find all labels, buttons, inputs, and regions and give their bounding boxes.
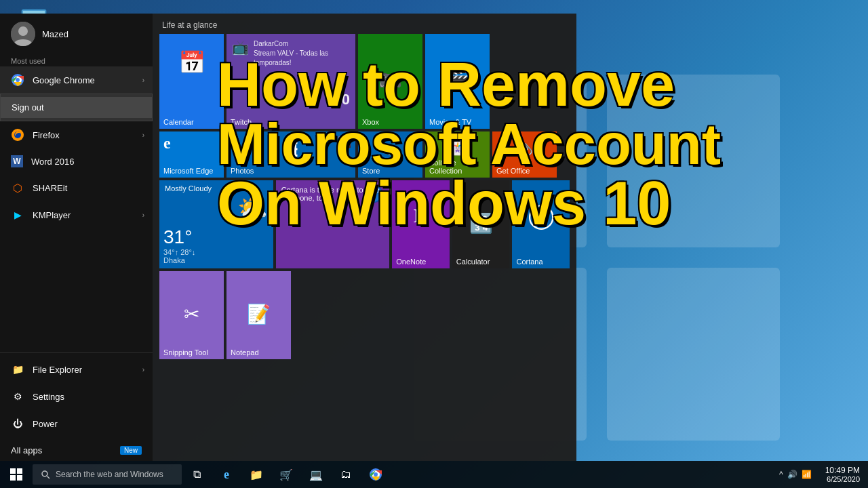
- solitaire-tile-icon: 🃏: [449, 140, 466, 156]
- tile-calendar[interactable]: 📅 Calendar: [159, 34, 224, 129]
- taskbar-edge-icon: e: [224, 468, 229, 482]
- svg-point-25: [42, 471, 47, 476]
- tray-network-icon: 📶: [802, 470, 812, 479]
- firefox-menu-label: Firefox: [33, 130, 60, 140]
- user-avatar: [11, 22, 35, 46]
- weather-location: Dhaka: [163, 256, 195, 264]
- user-account-button[interactable]: Mazed: [0, 14, 153, 54]
- tile-snipping-tool[interactable]: ✂ Snipping Tool: [159, 271, 224, 359]
- tile-solitaire[interactable]: 🃏 Solitaire Collection: [425, 131, 490, 178]
- svg-rect-23: [10, 475, 16, 481]
- bottom-menu: 📁 File Explorer › ⚙ Settings ⏻ Power: [0, 352, 153, 440]
- taskbar-right: ^ 🔊 📶 10:49 PM 6/25/2020: [774, 461, 868, 488]
- menu-item-file-explorer[interactable]: 📁 File Explorer ›: [0, 356, 153, 383]
- taskbar-device-button[interactable]: 💻: [301, 461, 331, 488]
- system-tray[interactable]: ^ 🔊 📶: [774, 461, 817, 488]
- kmplayer-menu-label: KMPlayer: [33, 210, 71, 220]
- weather-icon: ⛅: [237, 194, 268, 222]
- clock-time: 10:49 PM: [825, 466, 860, 475]
- onenote-tile-label: OneNote: [396, 258, 426, 266]
- edge-tile-icon: e: [163, 134, 171, 152]
- weather-info: 31° 34°↑ 28°↓ Dhaka: [163, 226, 195, 264]
- cortana-msg-text: Cortana is there ready to help on phone,…: [281, 186, 384, 202]
- settings-label: Settings: [33, 392, 64, 402]
- taskbar-store-button[interactable]: 🛒: [271, 461, 301, 488]
- tile-notepad[interactable]: 📝 Notepad: [226, 271, 291, 359]
- taskbar-folder-button[interactable]: 🗂: [331, 461, 361, 488]
- clock-date: 6/25/2020: [827, 475, 860, 483]
- tile-getoffice[interactable]: 📎 Get Office: [492, 131, 557, 178]
- notepad-tile-label: Notepad: [231, 348, 259, 357]
- sign-out-button[interactable]: Sign out: [1, 97, 152, 118]
- menu-item-firefox[interactable]: Firefox ›: [0, 121, 153, 148]
- snipping-tile-label: Snipping Tool: [163, 348, 208, 357]
- new-badge: New: [120, 446, 142, 455]
- svg-rect-24: [17, 475, 22, 481]
- menu-item-chrome[interactable]: Google Chrome ›: [0, 66, 153, 94]
- taskbar-edge-button[interactable]: e: [212, 461, 241, 488]
- svg-point-29: [374, 472, 378, 476]
- tile-cortana[interactable]: ◯ Cortana: [512, 180, 570, 268]
- firefox-arrow: ›: [142, 131, 144, 139]
- firefox-icon: [11, 128, 24, 142]
- tiles-row-4: ✂ Snipping Tool 📝 Notepad: [159, 271, 570, 359]
- menu-item-settings[interactable]: ⚙ Settings: [0, 383, 153, 410]
- svg-rect-21: [10, 468, 16, 474]
- calc-tile-icon: 🔢: [469, 212, 493, 235]
- taskbar-device-icon: 💻: [309, 468, 323, 481]
- tile-edge[interactable]: e Microsoft Edge: [159, 131, 224, 178]
- system-clock[interactable]: 10:49 PM 6/25/2020: [820, 466, 865, 483]
- photos-tile-badge: 🌄: [338, 136, 351, 148]
- tile-photos[interactable]: 🖼 🌄 Photos: [226, 131, 355, 178]
- svg-rect-22: [17, 468, 22, 474]
- cortana-tile-label: Cortana: [516, 258, 542, 266]
- solitaire-tile-label: Solitaire Collection: [429, 159, 490, 175]
- settings-icon: ⚙: [11, 390, 24, 403]
- kmplayer-icon: ▶: [11, 208, 24, 222]
- menu-item-power[interactable]: ⏻ Power: [0, 410, 153, 437]
- twitch-tile-icon: 📺: [232, 39, 249, 56]
- all-apps-button[interactable]: All apps New: [0, 440, 153, 461]
- snipping-tile-icon: ✂: [184, 303, 199, 325]
- tile-movies[interactable]: 🎬 Movies & TV: [425, 34, 490, 129]
- weather-condition: Mostly Cloudy: [165, 184, 212, 192]
- task-view-button[interactable]: ⧉: [182, 461, 212, 488]
- sign-out-submenu: Sign out: [0, 94, 153, 121]
- tile-xbox[interactable]: 🎮 Xbox: [358, 34, 422, 129]
- tile-onenote[interactable]: N OneNote: [392, 180, 450, 268]
- tile-calculator[interactable]: 🔢 Calculator: [452, 180, 510, 268]
- taskbar-explorer-button[interactable]: 📁: [241, 461, 271, 488]
- start-menu-left-panel: Mazed Most used Google Chrome › Sign out: [0, 14, 153, 461]
- menu-item-kmplayer[interactable]: ▶ KMPlayer ›: [0, 201, 153, 228]
- task-view-icon: ⧉: [193, 468, 201, 481]
- twitch-tile-text: DarkarComStream VALV - Todas lastemporad…: [254, 39, 328, 68]
- tile-store[interactable]: 🛍 Store: [358, 131, 422, 178]
- menu-item-shareit[interactable]: ⬡ SHAREit: [0, 174, 153, 201]
- weather-range: 34°↑ 28°↓: [163, 248, 195, 256]
- xbox-tile-icon: 🎮: [378, 69, 402, 92]
- start-menu-tiles: Life at a glance 📅 Calendar 📺 DarkarComS…: [153, 14, 576, 461]
- taskbar-chrome-button[interactable]: [361, 461, 391, 488]
- photos-tile-label: Photos: [231, 167, 254, 175]
- taskbar-search[interactable]: Search the web and Windows: [33, 464, 182, 485]
- search-icon: [41, 470, 50, 479]
- shareit-icon: ⬡: [11, 181, 24, 195]
- tiles-row-1: 📅 Calendar 📺 DarkarComStream VALV - Toda…: [159, 34, 570, 129]
- svg-rect-1: [607, 75, 780, 247]
- tiles-section-label: Life at a glance: [159, 20, 570, 30]
- windows-start-icon: [10, 468, 22, 481]
- getoffice-tile-label: Get Office: [496, 167, 530, 175]
- store-tile-label: Store: [362, 167, 380, 175]
- tile-weather[interactable]: Mostly Cloudy 31° 34°↑ 28°↓ Dhaka ⛅: [159, 180, 273, 268]
- most-used-label: Most used: [0, 54, 153, 66]
- menu-item-word[interactable]: W Word 2016: [0, 148, 153, 174]
- tile-twitch[interactable]: 📺 DarkarComStream VALV - Todas lastempor…: [226, 34, 355, 129]
- kmplayer-arrow: ›: [142, 211, 144, 219]
- start-button[interactable]: [0, 461, 33, 488]
- file-explorer-label: File Explorer: [33, 365, 82, 375]
- tile-cortana-msg[interactable]: 🔵 Cortana is there ready to help on phon…: [276, 180, 390, 268]
- taskbar-search-placeholder: Search the web and Windows: [56, 470, 163, 479]
- chrome-icon: [11, 73, 24, 87]
- power-icon: ⏻: [11, 417, 24, 430]
- power-label: Power: [33, 419, 58, 429]
